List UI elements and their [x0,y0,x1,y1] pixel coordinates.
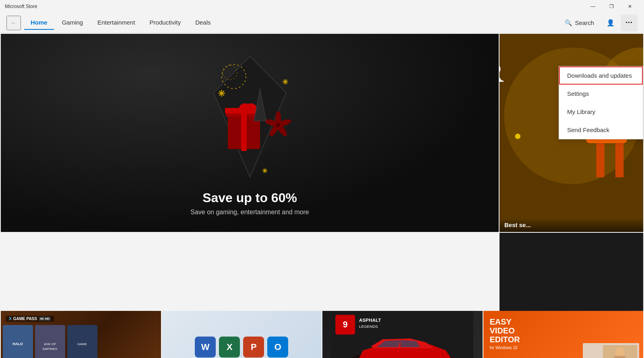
svg-text:LEGENDS: LEGENDS [359,324,378,329]
roblox-overlay: Best se... [500,218,643,232]
nav-gaming[interactable]: Gaming [56,16,90,30]
search-button[interactable]: 🔍 Search [558,17,601,29]
hero-decoration-svg: ✳ ✳ ✳ [182,48,318,185]
nav-home[interactable]: Home [24,16,54,30]
m365-tile[interactable]: W X P O Microsoft 365 [162,311,322,358]
outlook-icon: O [267,337,288,358]
app-title: Microsoft Store [5,4,37,9]
hero-illustration: ✳ ✳ ✳ [1,34,499,200]
svg-point-29 [515,134,521,139]
svg-text:GAME: GAME [77,342,87,346]
svg-text:HALO: HALO [12,342,23,346]
search-icon: 🔍 [565,19,572,27]
hero-main-title: Save up to 60% [190,190,309,205]
office-logos: W X P O [195,337,288,358]
svg-point-12 [276,122,281,127]
svg-text:AGE OF: AGE OF [44,342,56,346]
asphalt-art: 9 ASPHALT LEGENDS [322,311,483,358]
titlebar: Microsoft Store — ❐ ✕ [0,0,644,13]
svg-text:ASPHALT: ASPHALT [359,317,381,323]
downloads-updates-item[interactable]: Downloads and updates [559,66,643,85]
gamepass-tile[interactable]: X GAME PASS 4K HD HALO AGE OF EMPIRES GA… [1,311,161,358]
nav-deals[interactable]: Deals [189,16,217,30]
more-icon: ··· [625,19,633,27]
entertainment-bg [500,233,643,311]
settings-item[interactable]: Settings [559,85,643,103]
svg-rect-36 [67,325,97,358]
svg-text:✳: ✳ [282,78,288,86]
svg-text:R: R [500,58,504,88]
nav-productivity[interactable]: Productivity [143,16,188,30]
svg-rect-31 [3,325,33,358]
person-icon: 👤 [607,19,615,27]
videoedit-title: EASYVIDEOEDITOR [490,317,520,344]
hero-entertainment-banner[interactable]: prime video NETFLIX ● Spotify Best enter… [500,233,643,311]
svg-point-57 [615,347,625,357]
close-button[interactable]: ✕ [621,0,639,13]
powerpoint-icon: P [243,337,264,358]
word-icon: W [195,337,216,358]
hero-main-banner[interactable]: ✳ ✳ ✳ Save up to 60% Save on gaming, ent… [1,34,499,232]
gamepass-badge: X GAME PASS 4K HD [6,316,54,322]
svg-rect-33 [35,325,65,358]
window-controls: — ❐ ✕ [584,0,639,13]
svg-rect-58 [614,356,625,358]
svg-text:EMPIRES: EMPIRES [43,347,57,351]
videoedit-content: EASYVIDEOEDITOR for Windows 10 [490,317,520,350]
nav-right: 🔍 Search 👤 ··· [558,14,638,31]
main-content: ✳ ✳ ✳ Save up to 60% Save on gaming, ent… [0,33,644,358]
send-feedback-item[interactable]: Send Feedback [559,121,643,139]
hero-text: Save up to 60% Save on gaming, entertain… [190,190,309,216]
topgames-tile[interactable]: 9 ASPHALT LEGENDS Top free games [322,311,483,358]
nav-links: Home Gaming Entertainment Productivity D… [24,16,558,30]
hero-main-subtitle: Save on gaming, entertainment and more [190,209,309,216]
nav-entertainment[interactable]: Entertainment [91,16,141,30]
hero-grid: ✳ ✳ ✳ Save up to 60% Save on gaming, ent… [0,33,644,311]
videoedit-subtitle: for Windows 10 [490,346,520,350]
excel-icon: X [219,337,240,358]
account-button[interactable]: 👤 [602,14,619,31]
back-icon: ← [10,19,17,27]
maximize-button[interactable]: ❐ [602,0,621,13]
navbar: ← Home Gaming Entertainment Productivity… [0,13,644,33]
back-button[interactable]: ← [6,16,21,30]
my-library-item[interactable]: My Library [559,103,643,121]
videoedit-tile[interactable]: EASYVIDEOEDITOR for Windows 10 Best sell… [483,311,644,358]
svg-text:✳: ✳ [262,168,268,174]
dropdown-menu: Downloads and updates Settings My Librar… [559,66,643,139]
minimize-button[interactable]: — [584,0,602,13]
bottom-grid: X GAME PASS 4K HD HALO AGE OF EMPIRES GA… [0,311,644,358]
svg-rect-24 [596,143,604,177]
svg-text:9: 9 [343,320,348,329]
best-sellers-label: Best se... [504,221,531,228]
svg-text:✳: ✳ [218,89,225,99]
videoedit-art [571,339,643,358]
svg-rect-25 [615,143,623,177]
search-label: Search [575,19,594,26]
more-button[interactable]: ··· [621,14,638,31]
gamepass-games-art: HALO AGE OF EMPIRES GAME [3,325,99,358]
